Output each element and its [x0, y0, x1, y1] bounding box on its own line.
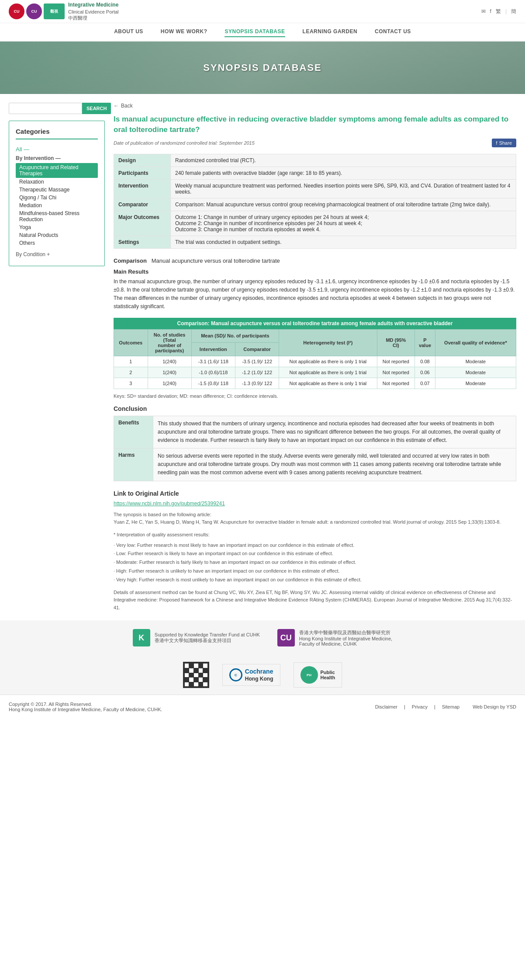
- quality-note-2: · Moderate: Further research is fairly l…: [114, 558, 516, 567]
- data-row-3: 3 1(240) -1.5 (0.8)/ 118 -1.3 (0.9)/ 122…: [114, 378, 516, 389]
- back-link[interactable]: ← Back: [114, 103, 516, 109]
- quality-notes-title: * Interpretation of quality assessment r…: [114, 531, 516, 539]
- footer-divider-1: |: [404, 704, 405, 709]
- sidebar-item-mindfulness[interactable]: Mindfulness-based Stress Reduction: [16, 209, 98, 223]
- conclusion-key-harms: Harms: [114, 448, 153, 481]
- row-val-participants: 240 female patients with overactive blad…: [171, 167, 516, 179]
- cochrane-circle: C: [229, 668, 242, 681]
- cell-md-1: Not reported: [377, 356, 414, 367]
- link-title: Link to Original Article: [114, 490, 516, 497]
- row-key-participants: Participants: [114, 167, 171, 179]
- quality-note-4: · Very high: Further research is most un…: [114, 576, 516, 584]
- cell-comparator-1: -3.5 (1.9)/ 122: [235, 356, 279, 367]
- row-val-design: Randomized controlled trial (RCT).: [171, 154, 516, 167]
- main-container: SEARCH Categories All — By Intervention …: [0, 94, 525, 620]
- sidebar-item-yoga[interactable]: Yoga: [16, 223, 98, 231]
- nav-synopsis[interactable]: SYNOPSIS DATABASE: [225, 27, 285, 37]
- quality-notes: * Interpretation of quality assessment r…: [114, 531, 516, 584]
- share-button[interactable]: f Share: [492, 139, 516, 147]
- row-val-intervention: Weekly manual acupuncture treatment was …: [171, 179, 516, 198]
- sidebar-categories: Categories All — By Intervention — Acupu…: [9, 121, 105, 266]
- footer-disclaimer[interactable]: Disclaimer: [375, 704, 397, 709]
- public-health-logo: PH PublicHealth: [294, 662, 342, 688]
- quality-note-1: · Low: Further research is likely to hav…: [114, 549, 516, 558]
- search-button[interactable]: SEARCH: [82, 103, 111, 114]
- logo-circle-2: CU: [26, 3, 42, 19]
- top-bar: CU CU 觀視 Integrative Medicine Clinical E…: [0, 0, 525, 23]
- row-key-comparator: Comparator: [114, 198, 171, 211]
- main-results-title: Main Results: [114, 268, 516, 275]
- pub-date-text: Date of publication of randomized contro…: [114, 140, 255, 146]
- logo-rect: 觀視: [44, 3, 65, 19]
- hero-title: SYNOPSIS DATABASE: [203, 62, 322, 73]
- sidebar-item-mediation[interactable]: Mediation: [16, 202, 98, 209]
- th-md: MD (95%CI): [377, 329, 414, 356]
- sidebar-item-others[interactable]: Others: [16, 239, 98, 247]
- footer-sitemap[interactable]: Sitemap: [442, 704, 459, 709]
- th-studies: No. of studies(Totalnumber ofparticipant…: [148, 329, 191, 356]
- conclusion-title: Conclusion: [114, 405, 516, 412]
- results-text: In the manual acupuncture group, the num…: [114, 278, 516, 311]
- row-key-design: Design: [114, 154, 171, 167]
- cell-quality-2: Moderate: [435, 367, 516, 378]
- footer-copyright: Copyright © 2017. All Rights Reserved. H…: [9, 702, 162, 712]
- lang-simplified[interactable]: 簡: [511, 8, 516, 15]
- qr-code: [183, 662, 209, 688]
- sidebar: SEARCH Categories All — By Intervention …: [9, 103, 105, 612]
- row-val-comparator: Comparison: Manual acupuncture versus co…: [171, 198, 516, 211]
- nav-about[interactable]: ABOUT US: [114, 27, 143, 37]
- facebook-icon[interactable]: f: [490, 8, 491, 14]
- th-comparator: Comparator: [235, 343, 279, 356]
- conclusion-row-harms: Harms No serious adverse events were rep…: [114, 448, 516, 481]
- article-link[interactable]: https://www.ncbi.nlm.nih.gov/pubmed/2539…: [114, 500, 516, 507]
- citation-intro: The synopsis is based on the following a…: [114, 511, 516, 526]
- cell-studies-1: 1(240): [148, 356, 191, 367]
- sidebar-item-qigong[interactable]: Qigong / Tai Chi: [16, 194, 98, 202]
- nav-learning[interactable]: LEARNING GARDEN: [303, 27, 358, 37]
- table-row: Settings The trial was conducted in outp…: [114, 236, 516, 248]
- nav-how[interactable]: HOW WE WORK?: [161, 27, 207, 37]
- pub-date-row: Date of publication of randomized contro…: [114, 139, 516, 147]
- sidebar-section-intervention[interactable]: By Intervention —: [16, 155, 98, 161]
- cell-intervention-1: -3.1 (1.6)/ 118: [191, 356, 235, 367]
- sidebar-item-acupuncture[interactable]: Acupuncture and Related Therapies: [16, 163, 98, 178]
- facebook-share-icon: f: [496, 140, 497, 146]
- sidebar-item-relaxation[interactable]: Relaxation: [16, 178, 98, 186]
- th-quality: Overall quality of evidence*: [435, 329, 516, 356]
- sidebar-item-natural[interactable]: Natural Products: [16, 231, 98, 239]
- logo-text: Integrative Medicine Clinical Evidence P…: [68, 2, 119, 21]
- search-input[interactable]: [9, 103, 82, 114]
- navigation: ABOUT US HOW WE WORK? SYNOPSIS DATABASE …: [0, 23, 525, 42]
- cell-intervention-2: -1.0 (0.6)/118: [191, 367, 235, 378]
- th-p: Pvalue: [415, 329, 435, 356]
- data-row-1: 1 1(240) -3.1 (1.6)/ 118 -3.5 (1.9)/ 122…: [114, 356, 516, 367]
- conclusion-key-benefits: Benefits: [114, 416, 153, 448]
- support-ktf: K Supported by Knowledge Transfer Fund a…: [133, 629, 260, 646]
- email-icon[interactable]: ✉: [481, 8, 486, 14]
- keys-text: Keys: SD= standard deviation; MD: mean d…: [114, 393, 516, 399]
- back-arrow-icon: ←: [114, 103, 119, 109]
- sidebar-section-condition[interactable]: By Condition +: [16, 251, 98, 257]
- article-title: Is manual acupuncture effective in reduc…: [114, 114, 516, 135]
- nav-contact[interactable]: CONTACT US: [375, 27, 411, 37]
- th-heterogeneity: Heterogeneity test (I²): [279, 329, 377, 356]
- cell-outcome-3: 3: [114, 378, 148, 389]
- lang-trad[interactable]: 繁: [496, 8, 501, 15]
- cell-hetero-3: Not applicable as there is only 1 trial: [279, 378, 377, 389]
- footer-divider-2: |: [434, 704, 435, 709]
- chimeras-text: Details of assessment method can be foun…: [114, 589, 516, 612]
- conclusion-val-harms: No serious adverse events were reported …: [153, 448, 516, 481]
- hero-banner: SYNOPSIS DATABASE: [0, 42, 525, 94]
- logo-circle-1: CU: [9, 3, 24, 19]
- search-box: SEARCH: [9, 103, 105, 114]
- footer-webdesign: Web Design by YSD: [473, 704, 516, 709]
- sidebar-divider: [16, 139, 98, 139]
- quality-note-3: · High: Further research is unlikely to …: [114, 567, 516, 576]
- ktf-logo: K: [133, 629, 150, 646]
- sidebar-item-massage[interactable]: Therapeutic Massage: [16, 186, 98, 194]
- public-health-text: PublicHealth: [321, 670, 335, 680]
- sidebar-all[interactable]: All —: [16, 146, 98, 153]
- footer-privacy[interactable]: Privacy: [412, 704, 428, 709]
- row-key-settings: Settings: [114, 236, 171, 248]
- table-row: Intervention Weekly manual acupuncture t…: [114, 179, 516, 198]
